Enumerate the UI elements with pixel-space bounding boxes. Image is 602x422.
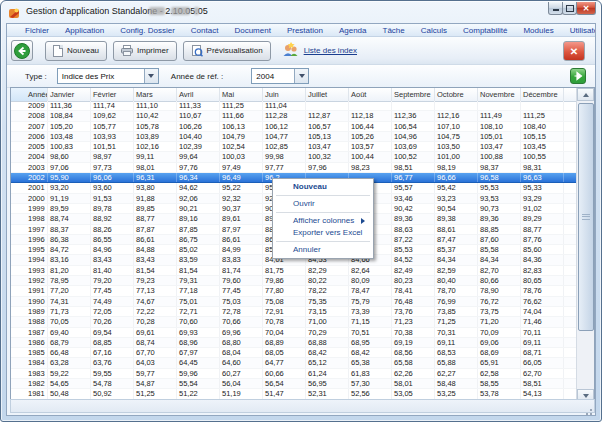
table-row[interactable]: 199278,9579,2079,2379,3179,6079,8680,228… [11,276,577,286]
menubar-item-contact[interactable]: Contact [183,26,227,35]
table-row[interactable]: 2007105,20105,77105,78106,26106,13106,12… [11,122,577,132]
table-cell: 103,47 [306,142,349,151]
type-combobox[interactable]: Indice des Prix [57,68,159,84]
previsualisation-button-label: Prévisualisation [207,46,263,55]
menubar-item-fichier[interactable]: Fichier [17,26,57,35]
table-row[interactable]: 198668,7968,8568,7468,9668,8068,8968,886… [11,338,577,348]
table-row[interactable]: 199177,2077,4577,1377,1877,4577,8078,227… [11,286,577,296]
menubar-item-document[interactable]: Document [226,26,278,35]
table-cell: 88,61 [435,225,478,234]
table-cell: 112,18 [349,111,392,120]
year-cell: 1986 [11,338,48,347]
table-cell: 81,40 [91,266,134,275]
back-button[interactable] [11,40,33,61]
column-header-decembre[interactable]: Décembre [521,88,564,101]
chevron-down-icon[interactable] [144,69,158,83]
menubar-item-utilisateur[interactable]: Utilisateur [562,26,596,35]
table-cell: 95,53 [478,183,521,192]
close-view-button[interactable]: ✕ [563,41,585,61]
table-row[interactable]: 2008108,84109,62110,42110,67111,66112,28… [11,111,577,121]
nouveau-button[interactable]: Nouveau [45,41,107,61]
column-header-annee[interactable]: Année [11,88,48,101]
table-cell: 99,64 [177,152,220,161]
table-cell: 70,04 [263,328,306,337]
close-window-button[interactable]: ✕ [576,2,596,15]
table-cell: 73,85 [435,307,478,316]
table-row[interactable]: 198463,2863,7664,0364,4564,6064,7765,126… [11,358,577,368]
imprimer-button[interactable]: Imprimer [113,41,177,61]
resize-grip[interactable] [584,402,593,411]
scrollbar-thumb[interactable] [578,103,594,331]
table-row[interactable]: 199381,2081,4081,5481,5481,7481,7582,298… [11,266,577,276]
table-cell: 93,23 [435,194,478,203]
table-cell: 65,12 [306,358,349,367]
menubar-item-tache[interactable]: Tâche [375,26,413,35]
table-cell: 78,70 [435,286,478,295]
menubar-item-application[interactable]: Application [57,26,112,35]
table-row[interactable]: 198971,7372,0572,2272,7172,7872,9173,157… [11,307,577,317]
context-menu-item-afficher-colonnes[interactable]: Afficher colonnes [273,215,373,227]
column-header-aout[interactable]: Août [349,88,392,101]
table-cell: 96,58 [478,173,521,182]
column-header-juillet[interactable]: Juillet [306,88,349,101]
table-cell: 93,20 [48,183,91,192]
table-row[interactable]: 200498,6098,9799,1199,64100,0399,98100,3… [11,152,577,162]
minimize-button[interactable] [548,2,563,15]
table-row[interactable]: 198254,6554,7854,8755,5456,0456,5456,955… [11,379,577,389]
chevron-down-icon[interactable] [294,69,308,83]
menubar-item-prestation[interactable]: Prestation [279,26,331,35]
table-cell: 80,40 [435,276,478,285]
table-cell: 71,15 [349,317,392,326]
maximize-button[interactable] [562,2,577,15]
table-row[interactable]: 2006103,48103,93103,89104,40104,79104,77… [11,132,577,142]
table-row[interactable]: 198870,0570,2670,2870,6070,6670,7871,007… [11,317,577,327]
menubar-item-agenda[interactable]: Agenda [331,26,375,35]
table-cell: 72,78 [220,307,263,316]
context-menu-item-exporter-vers-excel[interactable]: Exporter vers Excel [273,227,373,239]
annee-ref-combobox-value: 2004 [252,72,294,81]
table-cell: 70,38 [392,328,435,337]
title-bar[interactable]: Gestion d'application Standalone - 2.10.… [1,1,601,23]
menu-bar: FichierApplicationConfig. DossierContact… [7,24,595,37]
table-cell: 61,83 [349,369,392,378]
table-row[interactable]: 2009111,36111,74111,10111,33111,25111,04 [11,101,577,111]
column-header-mai[interactable]: Mai [220,88,263,101]
column-header-septembre[interactable]: Septembre [392,88,435,101]
table-row[interactable]: 198359,2259,5559,7759,9660,2760,6661,246… [11,369,577,379]
table-cell [521,101,564,110]
go-button[interactable] [570,68,586,84]
menubar-item-config-dossier[interactable]: Config. Dossier [112,26,183,35]
column-header-novembre[interactable]: Novembre [478,88,521,101]
column-header-octobre[interactable]: Octobre [435,88,478,101]
table-cell: 96,63 [521,173,564,182]
context-menu-item-nouveau[interactable]: Nouveau [273,181,373,193]
liste-des-index-link[interactable]: Liste des index [304,46,357,55]
menubar-item-calculs[interactable]: Calculs [413,26,455,35]
context-menu-item-ouvrir[interactable]: Ouvrir [273,198,373,210]
column-header-fevrier[interactable]: Février [91,88,134,101]
previsualisation-button[interactable]: Prévisualisation [183,41,271,61]
column-header-avril[interactable]: Avril [177,88,220,101]
table-cell: 70,29 [306,328,349,337]
table-row[interactable]: 198769,4069,5469,6169,9369,9670,0470,297… [11,328,577,338]
table-row[interactable]: 199074,3174,4974,6775,0175,0375,0875,357… [11,297,577,307]
table-cell: 51,19 [220,389,263,398]
column-header-janvier[interactable]: Janvier [48,88,91,101]
table-cell: 89,16 [177,214,220,223]
table-cell: 87,22 [392,235,435,244]
table-row[interactable]: 2005100,83101,51102,16102,39102,54102,85… [11,142,577,152]
table-cell: 85,53 [392,245,435,254]
vertical-scrollbar[interactable] [576,88,594,402]
column-header-juin[interactable]: Juin [263,88,306,101]
annee-ref-combobox[interactable]: 2004 [251,68,309,84]
column-header-mars[interactable]: Mars [134,88,177,101]
context-menu-item-annuler[interactable]: Annuler [273,244,373,256]
table-row[interactable]: 200397,0697,7398,0197,7697,4997,7797,969… [11,163,577,173]
table-cell: 90,54 [435,204,478,213]
table-row[interactable]: 198566,4867,1667,7067,9768,0468,0568,426… [11,348,577,358]
table-cell: 70,51 [349,328,392,337]
menubar-item-comptabilite[interactable]: Comptabilité [455,26,515,35]
new-document-icon [53,45,63,57]
menubar-item-modules[interactable]: Modules [515,26,561,35]
scroll-up-button[interactable] [577,88,594,101]
